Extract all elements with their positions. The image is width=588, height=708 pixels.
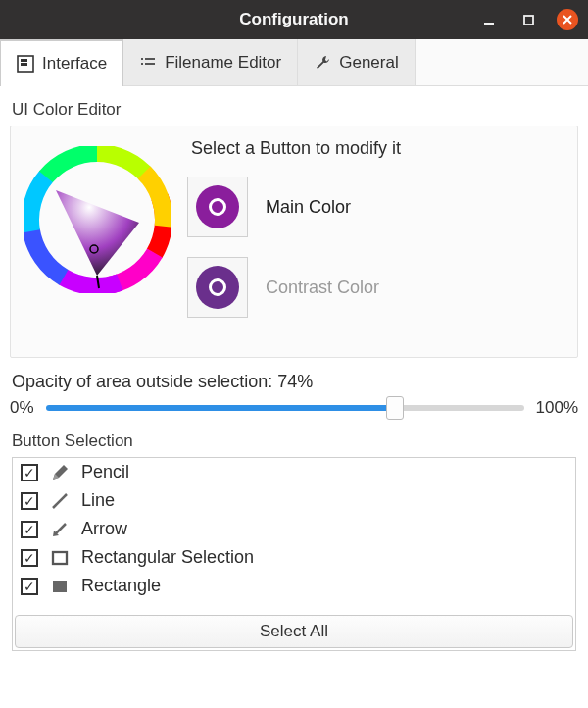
- svg-rect-7: [21, 63, 24, 66]
- svg-rect-5: [21, 59, 24, 62]
- list-item-label: Line: [81, 490, 115, 511]
- contrast-color-row: Contrast Color: [187, 257, 569, 318]
- list-item[interactable]: ✓ Rectangle: [13, 572, 575, 600]
- button-selection-panel: ✓ Pencil ✓ Line ✓ Arrow ✓ Rectangular Se…: [12, 457, 576, 651]
- tab-label: General: [339, 53, 398, 73]
- tab-interface[interactable]: Interface: [0, 39, 123, 86]
- checkbox[interactable]: ✓: [21, 521, 38, 538]
- wrench-icon: [314, 54, 331, 72]
- list-item[interactable]: ✓ Pencil: [13, 458, 575, 486]
- list-item-label: Rectangle: [81, 576, 161, 596]
- window-maximize-button[interactable]: [517, 9, 539, 30]
- main-color-row: Main Color: [187, 177, 569, 237]
- svg-line-25: [53, 494, 67, 508]
- tab-filename-editor[interactable]: Filename Editor: [123, 39, 298, 85]
- checkbox[interactable]: ✓: [21, 492, 38, 510]
- ui-color-editor-heading: UI Color Editor: [12, 100, 578, 120]
- main-color-label: Main Color: [266, 197, 351, 218]
- window-close-button[interactable]: [557, 9, 578, 30]
- opacity-label: Opacity of area outside selection: 74%: [12, 372, 578, 392]
- arrow-icon: [48, 520, 72, 539]
- list-item-label: Arrow: [81, 519, 127, 539]
- opacity-slider[interactable]: [46, 405, 524, 411]
- svg-rect-8: [24, 63, 27, 66]
- tab-general[interactable]: General: [298, 39, 415, 85]
- minimize-icon: [482, 13, 496, 26]
- list-item[interactable]: ✓ Rectangular Selection: [13, 543, 575, 572]
- close-icon: [562, 14, 573, 25]
- svg-line-26: [55, 524, 66, 534]
- main-color-swatch[interactable]: [187, 177, 248, 237]
- contrast-color-label: Contrast Color: [266, 278, 379, 298]
- list-item-label: Pencil: [81, 462, 129, 482]
- checkbox[interactable]: ✓: [21, 464, 38, 481]
- window-minimize-button[interactable]: [478, 9, 500, 30]
- color-picker-prompt: Select a Button to modify it: [191, 138, 569, 159]
- window-titlebar: Configuration: [0, 0, 588, 39]
- color-wheel[interactable]: [19, 138, 175, 293]
- tab-label: Interface: [42, 54, 107, 74]
- list-item-label: Rectangular Selection: [81, 547, 254, 568]
- svg-rect-1: [524, 16, 533, 25]
- rectangle-icon: [48, 577, 72, 596]
- list-item[interactable]: ✓ Line: [13, 486, 575, 515]
- contrast-color-swatch[interactable]: [187, 257, 248, 318]
- tab-bar: Interface Filename Editor General: [0, 39, 588, 86]
- svg-rect-28: [53, 552, 67, 564]
- window-controls: [478, 0, 578, 39]
- button-selection-heading: Button Selection: [12, 431, 578, 451]
- ui-color-editor-panel: Select a Button to modify it Main Color …: [10, 126, 578, 358]
- checkbox[interactable]: ✓: [21, 549, 38, 567]
- line-icon: [48, 491, 72, 511]
- button-selection-list[interactable]: ✓ Pencil ✓ Line ✓ Arrow ✓ Rectangular Se…: [13, 458, 575, 613]
- pencil-icon: [48, 463, 72, 482]
- svg-rect-6: [24, 59, 27, 62]
- opacity-max-label: 100%: [536, 398, 578, 418]
- svg-rect-29: [53, 581, 67, 592]
- opacity-min-label: 0%: [10, 398, 34, 418]
- rect-selection-icon: [48, 548, 72, 568]
- list-icon: [139, 55, 157, 71]
- maximize-icon: [522, 14, 535, 26]
- checkbox[interactable]: ✓: [21, 578, 38, 595]
- color-wheel-icon: [24, 146, 171, 293]
- select-all-button[interactable]: Select All: [15, 615, 573, 648]
- list-item[interactable]: ✓ Arrow: [13, 515, 575, 543]
- tab-label: Filename Editor: [165, 53, 281, 73]
- grid-icon: [17, 55, 34, 73]
